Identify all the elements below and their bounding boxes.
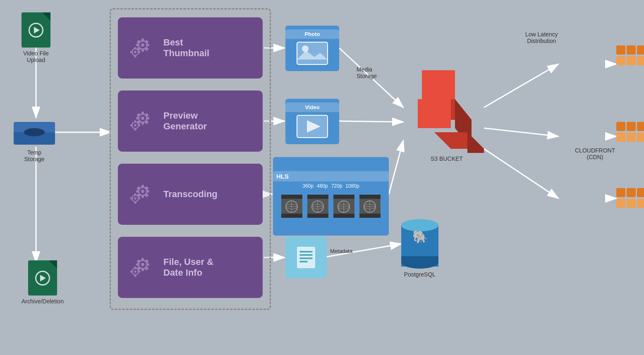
gear-icon-1 xyxy=(126,33,155,62)
svg-marker-128 xyxy=(467,132,484,153)
svg-rect-93 xyxy=(281,214,302,218)
cf-box xyxy=(627,199,636,208)
svg-point-71 xyxy=(141,263,144,266)
svg-rect-28 xyxy=(136,40,141,44)
svg-rect-27 xyxy=(146,44,149,46)
metadata-box xyxy=(285,237,327,278)
svg-rect-82 xyxy=(134,267,136,269)
cf-mid-row1 xyxy=(616,122,644,131)
cf-bottom-row1 xyxy=(616,188,644,197)
cf-box xyxy=(616,56,625,65)
low-latency-label: Low LatencyDistribution xyxy=(525,31,558,44)
inbox-tray-icon xyxy=(12,120,57,147)
svg-point-49 xyxy=(134,124,136,126)
svg-rect-100 xyxy=(307,214,328,218)
cf-box xyxy=(627,45,636,55)
cf-box xyxy=(616,199,625,208)
gear-icon-3 xyxy=(126,180,155,209)
svg-point-81 xyxy=(134,270,136,273)
svg-rect-57 xyxy=(141,195,144,198)
file-user-date-label: File, User &Date Info xyxy=(163,257,213,278)
svg-rect-123 xyxy=(299,261,308,262)
cf-box xyxy=(627,133,636,142)
cf-box xyxy=(637,45,644,55)
svg-rect-35 xyxy=(134,55,136,57)
filmstrip-1 xyxy=(280,194,303,219)
cf-box xyxy=(627,56,636,65)
preview-generator-card: PreviewGenerator xyxy=(118,91,263,152)
s3-bucket-icon xyxy=(405,66,488,153)
res-1080p: 1080p xyxy=(345,183,359,189)
svg-rect-66 xyxy=(134,193,136,196)
gear-icon-4 xyxy=(126,253,155,282)
filmstrip-3 xyxy=(333,194,355,219)
svg-rect-120 xyxy=(299,251,313,253)
svg-rect-41 xyxy=(141,122,144,125)
svg-line-11 xyxy=(389,141,403,194)
svg-rect-77 xyxy=(145,259,149,263)
svg-rect-107 xyxy=(333,214,354,218)
temp-storage-label: TempStorage xyxy=(24,149,44,162)
svg-rect-43 xyxy=(146,117,149,119)
cf-box xyxy=(616,188,625,197)
svg-rect-61 xyxy=(145,186,149,190)
svg-rect-85 xyxy=(138,271,140,273)
video-upload-label: Video FileUpload xyxy=(23,50,49,63)
preview-generator-label: PreviewGenerator xyxy=(163,110,207,132)
svg-rect-45 xyxy=(145,113,149,117)
cf-box xyxy=(637,199,644,208)
cf-top-group xyxy=(616,45,644,65)
svg-point-65 xyxy=(134,197,136,200)
res-720p: 720p xyxy=(331,183,342,189)
filmstrip-2 xyxy=(306,194,329,219)
svg-rect-24 xyxy=(141,38,144,42)
cf-mid-row2 xyxy=(616,133,644,142)
svg-point-33 xyxy=(134,51,136,53)
svg-point-21 xyxy=(24,128,45,136)
archive-label: Archive/Deletion xyxy=(22,298,64,305)
svg-point-39 xyxy=(141,117,144,120)
postgresql-label: PostgreSQL xyxy=(404,271,436,278)
svg-rect-40 xyxy=(141,112,144,115)
svg-rect-69 xyxy=(138,198,140,200)
svg-rect-59 xyxy=(146,190,149,193)
svg-rect-114 xyxy=(359,214,381,218)
svg-rect-75 xyxy=(146,263,149,266)
cloudfront-label: CLOUDFRONT(CDN) xyxy=(575,147,615,160)
svg-rect-68 xyxy=(130,198,133,200)
postgresql-icon: 🐘 xyxy=(401,219,438,269)
cf-box xyxy=(637,133,644,142)
hls-header: HLS xyxy=(273,171,389,181)
cf-mid-group xyxy=(616,122,644,142)
architecture-diagram: Video FileUpload TempStorage Archive/Del… xyxy=(0,0,644,355)
svg-line-13 xyxy=(484,64,558,107)
svg-rect-60 xyxy=(136,186,141,190)
transcoding-label: Transcoding xyxy=(163,189,218,200)
cf-top-row1 xyxy=(616,45,644,55)
postgresql-node: 🐘 PostgreSQL xyxy=(401,219,438,278)
svg-rect-84 xyxy=(130,271,133,273)
hls-box: HLS 360p 480p 720p 1080p xyxy=(273,157,389,236)
s3-bucket-label: S3 BUCKET xyxy=(431,155,463,162)
svg-rect-67 xyxy=(134,201,136,204)
svg-rect-29 xyxy=(145,40,149,44)
photo-icon xyxy=(294,39,331,68)
video-box-label: Video xyxy=(285,102,339,112)
svg-rect-37 xyxy=(138,51,140,53)
photo-box-label: Photo xyxy=(285,29,339,39)
cf-bottom-group xyxy=(616,188,644,208)
svg-line-10 xyxy=(339,121,403,122)
svg-rect-52 xyxy=(130,124,133,126)
svg-rect-25 xyxy=(141,48,144,52)
hls-filmstrips xyxy=(277,191,385,222)
temp-storage-node: TempStorage xyxy=(12,120,57,162)
hls-label: HLS xyxy=(276,173,289,180)
svg-rect-86 xyxy=(297,42,328,64)
cf-box xyxy=(627,122,636,131)
best-thumbnail-label: BestThumbnail xyxy=(163,37,209,59)
svg-point-55 xyxy=(141,190,144,193)
svg-rect-53 xyxy=(138,124,140,126)
cf-box xyxy=(627,188,636,197)
svg-rect-42 xyxy=(136,117,139,119)
svg-rect-74 xyxy=(136,263,139,266)
